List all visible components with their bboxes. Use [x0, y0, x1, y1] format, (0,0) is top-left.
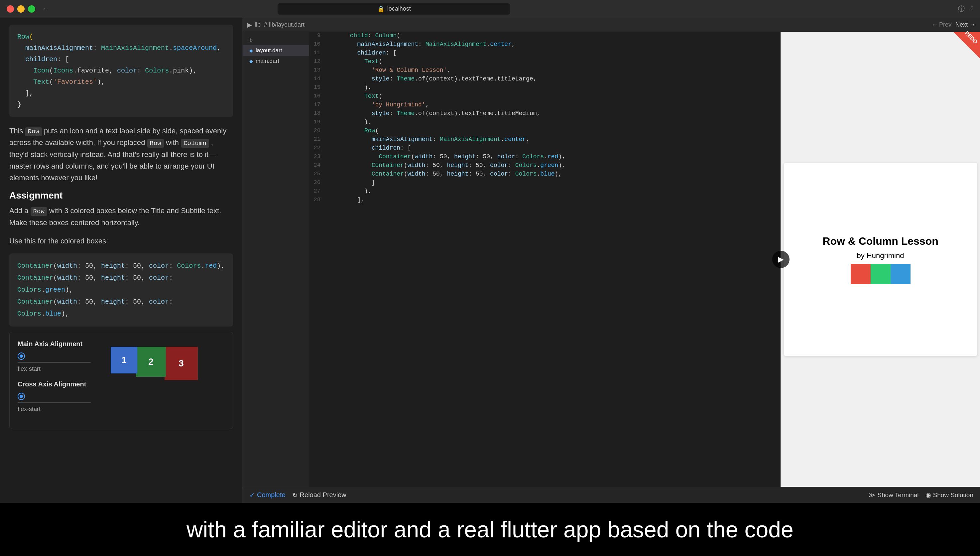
cross-axis-radio-group: flex-start: [18, 393, 97, 413]
code-line-18: 18 style: Theme.of(context).textTheme.ti…: [309, 110, 780, 118]
editor-top-bar: ▶ lib # lib/layout.dart ← Prev Next →: [243, 18, 980, 32]
lesson-panel: Row( mainAxisAlignment: MainAxisAlignmen…: [0, 18, 243, 503]
cross-axis-radio-item: flex-start: [18, 393, 97, 413]
flutter-app-title: Row & Column Lesson: [822, 235, 938, 247]
box-item-3: 3: [164, 347, 198, 380]
main-axis-radio-item: flex-start: [18, 352, 97, 372]
use-this-text: Use this for the colored boxes:: [9, 235, 233, 247]
cross-axis-label: Cross Axis Alignment: [18, 380, 97, 388]
lib-label: lib: [255, 21, 261, 28]
code-line-23: 23 Container(width: 50, height: 50, colo…: [309, 153, 780, 162]
code-editor[interactable]: 9 child: Column( 10 mainAxisAlignment: M…: [309, 32, 780, 487]
code-line-13: 13 'Row & Column Lesson',: [309, 66, 780, 75]
inline-code-column: Column: [181, 139, 209, 148]
file-tree: lib ◆ layout.dart ◆ main.dart: [243, 32, 309, 487]
code-line-26: 26 ]: [309, 179, 780, 187]
complete-label: Complete: [257, 491, 285, 499]
code-line-28: 28 ],: [309, 196, 780, 205]
bottom-toolbar: ✓ Complete ↻ Reload Preview ≫ Show Termi…: [243, 487, 980, 503]
browser-toolbar: ⓘ ⤴: [958, 4, 974, 13]
flutter-box-green: [870, 264, 891, 284]
inline-code-row2: Row: [147, 139, 164, 148]
file-item-main[interactable]: ◆ main.dart: [243, 56, 309, 66]
code-line-24: 24 Container(width: 50, height: 50, colo…: [309, 162, 780, 170]
assignment-code-block: Container(width: 50, height: 50, color: …: [9, 254, 233, 326]
flutter-color-row: [851, 264, 911, 284]
address-bar[interactable]: 🔒 localhost: [277, 3, 510, 15]
right-toolbar-buttons: ≫ Show Terminal ◉ Show Solution: [869, 491, 974, 499]
alignment-controls: Main Axis Alignment flex-start Cross Axi…: [18, 340, 97, 421]
back-button[interactable]: ←: [39, 3, 52, 15]
code-line-10: 10 mainAxisAlignment: MainAxisAlignment.…: [309, 40, 780, 49]
main-axis-radio-group: flex-start: [18, 352, 97, 372]
flutter-preview-panel: REDO Row & Column Lesson by Hungrimind ▶: [780, 32, 980, 487]
app-window: ← 🔒 localhost ⓘ ⤴ Row( mainAxisAlignment…: [0, 0, 980, 556]
inline-code-row3: Row: [31, 207, 47, 216]
assignment-section: Assignment Add a Row with 3 colored boxe…: [9, 190, 233, 326]
reload-preview-button[interactable]: ↻ Reload Preview: [292, 491, 347, 499]
assignment-description: Add a Row with 3 colored boxes below the…: [9, 205, 233, 228]
reload-icon: ↻: [292, 491, 298, 499]
breadcrumb: # lib/layout.dart: [264, 21, 305, 28]
code-line-27: 27 ),: [309, 187, 780, 196]
flex-boxes-preview: 1 2 3: [104, 340, 225, 421]
box-item-2: 2: [136, 347, 166, 377]
flutter-app-preview: Row & Column Lesson by Hungrimind: [784, 163, 977, 356]
browser-chrome: ← 🔒 localhost ⓘ ⤴: [0, 0, 980, 18]
show-terminal-button[interactable]: ≫ Show Terminal: [869, 491, 919, 499]
traffic-lights: [6, 5, 35, 13]
file-item-layout[interactable]: ◆ layout.dart: [243, 45, 309, 56]
url-text: localhost: [387, 5, 411, 12]
close-button[interactable]: [6, 5, 14, 13]
reload-label: Reload Preview: [300, 491, 347, 499]
cross-axis-radio-btn[interactable]: [18, 393, 25, 400]
file-explorer-header: ▶ lib: [247, 21, 261, 29]
code-line-11: 11 children: [: [309, 49, 780, 58]
main-axis-label: Main Axis Alignment: [18, 340, 97, 348]
terminal-icon: ≫: [869, 491, 875, 499]
code-line-20: 20 Row(: [309, 127, 780, 136]
prose-paragraph-1: This Row puts an icon and a text label s…: [9, 125, 233, 184]
code-line-12: 12 Text(: [309, 58, 780, 66]
lock-icon: 🔒: [377, 5, 385, 13]
code-line-15: 15 ),: [309, 84, 780, 92]
code-line-17: 17 'by Hungrimind',: [309, 101, 780, 110]
code-line-19: 19 ),: [309, 118, 780, 127]
show-solution-button[interactable]: ◉ Show Solution: [925, 491, 974, 499]
share-icon[interactable]: ⤴: [970, 4, 974, 13]
file-tree-header: lib: [243, 35, 309, 45]
file-icon-main: ◆: [249, 58, 253, 64]
editor-nav: ← Prev Next →: [932, 21, 975, 28]
assignment-title: Assignment: [9, 190, 233, 201]
complete-button[interactable]: ✓ Complete: [249, 491, 285, 499]
checkmark-icon: ✓: [249, 491, 255, 499]
main-axis-radio-btn[interactable]: [18, 352, 25, 360]
main-axis-track: [18, 362, 91, 363]
code-line-21: 21 mainAxisAlignment: MainAxisAlignment.…: [309, 136, 780, 144]
prev-button[interactable]: ← Prev: [932, 21, 951, 28]
show-terminal-label: Show Terminal: [877, 491, 919, 499]
info-icon[interactable]: ⓘ: [958, 4, 965, 13]
box-item-1: 1: [111, 347, 137, 373]
code-line-22: 22 children: [: [309, 144, 780, 153]
maximize-button[interactable]: [28, 5, 35, 13]
show-solution-label: Show Solution: [933, 491, 974, 499]
main-axis-value: flex-start: [18, 365, 97, 372]
code-line-16: 16 Text(: [309, 92, 780, 101]
inline-code-row: Row: [25, 128, 42, 136]
code-line-9: 9 child: Column(: [309, 32, 780, 40]
next-button[interactable]: Next →: [956, 21, 975, 28]
flex-box-container: 1 2 3: [111, 347, 198, 380]
code-block-top: Row( mainAxisAlignment: MainAxisAlignmen…: [9, 24, 233, 117]
right-panel: ▶ lib # lib/layout.dart ← Prev Next → li…: [243, 18, 980, 503]
widget-area: Main Axis Alignment flex-start Cross Axi…: [9, 332, 233, 429]
play-button[interactable]: ▶: [772, 251, 790, 268]
code-line-14: 14 style: Theme.of(context).textTheme.ti…: [309, 75, 780, 84]
minimize-button[interactable]: [17, 5, 24, 13]
editor-main: lib ◆ layout.dart ◆ main.dart 9 child:: [243, 32, 980, 487]
file-icon-dart: ◆: [249, 48, 253, 53]
lib-folder-icon: ▶: [247, 21, 252, 29]
flutter-app-subtitle: by Hungrimind: [857, 251, 904, 260]
cross-axis-track: [18, 402, 91, 403]
subtitle-bar: with a familiar editor and a real flutte…: [0, 503, 980, 556]
